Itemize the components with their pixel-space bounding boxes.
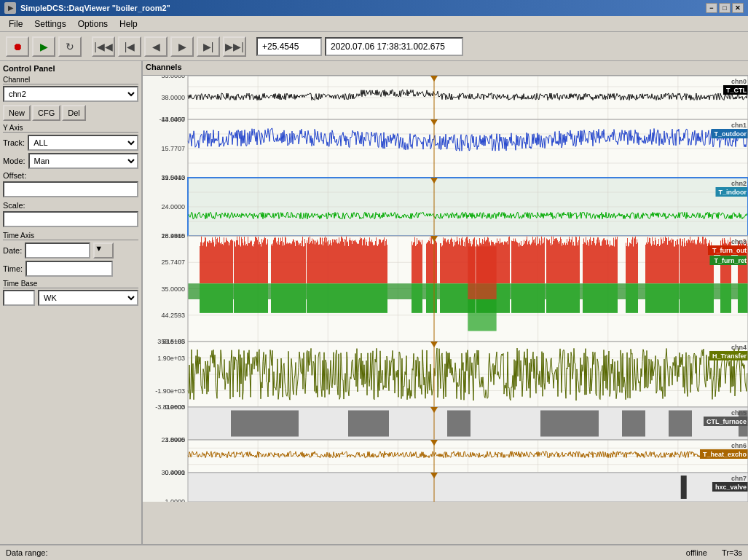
titlebar: ▶ SimpleDCS::DaqViewer "boiler_room2" − … — [0, 0, 748, 16]
channels-area: Channels — [143, 61, 748, 544]
cfg-button[interactable]: CFG — [32, 105, 60, 121]
channels-content — [143, 76, 748, 544]
timebase-row: 4 WK D H M S — [3, 290, 138, 306]
status-right: offline Tr=3s — [686, 548, 742, 557]
track-row: Track: ALL chn0 chn1 chn2 — [3, 135, 138, 151]
statusbar: Data range: offline Tr=3s — [0, 544, 748, 560]
minimize-button[interactable]: − — [706, 3, 717, 13]
toolbar: ⏺ ▶ ↻ |◀◀ |◀ ◀ ▶ ▶| ▶▶| +25.4545 2020.07… — [0, 32, 748, 61]
channel-section: Channel — [3, 76, 138, 84]
new-button[interactable]: New — [3, 105, 31, 121]
mode-label: Mode: — [3, 157, 25, 165]
menu-settings[interactable]: Settings — [28, 17, 71, 31]
date-label: Date: — [3, 246, 22, 255]
menu-help[interactable]: Help — [114, 17, 143, 31]
step-forward-button[interactable]: ▶ — [170, 36, 194, 57]
channels-header: Channels — [143, 61, 748, 76]
offset-label: Offset: — [3, 171, 26, 180]
scale-label: Scale: — [3, 201, 25, 210]
step-back-button[interactable]: ◀ — [144, 36, 168, 57]
control-panel: Control Panel Channel chn0 chn1 chn2 chn… — [0, 61, 143, 544]
date-dropdown-button[interactable]: ▼ — [93, 242, 114, 259]
menubar: File Settings Options Help — [0, 16, 748, 32]
menu-file[interactable]: File — [3, 17, 28, 31]
time-row: Time: 15:08:39.026.450 — [3, 261, 138, 277]
track-label: Track: — [3, 138, 25, 147]
timebase-value-input[interactable]: 4 — [3, 290, 35, 306]
prev-button[interactable]: |◀ — [118, 36, 141, 57]
offset-input[interactable]: -24.00000000 — [3, 181, 138, 197]
panel-title: Control Panel — [3, 64, 138, 73]
mode-row: Mode: Man Auto — [3, 153, 138, 169]
time-display: 2020.07.06 17:38:31.002.675 — [325, 37, 463, 56]
skip-start-button[interactable]: |◀◀ — [92, 36, 115, 57]
refresh-button[interactable]: ↻ — [58, 36, 82, 57]
timebase-section: Time Base — [3, 280, 138, 288]
date-input[interactable]: 03/02/20 — [25, 242, 90, 259]
channel-select[interactable]: chn0 chn1 chn2 chn3 chn4 chn5 chn6 chn7 — [3, 86, 138, 102]
play-button[interactable]: ▶ — [32, 36, 55, 57]
maximize-button[interactable]: □ — [719, 3, 731, 13]
window-title: SimpleDCS::DaqViewer "boiler_room2" — [20, 4, 170, 12]
next-button[interactable]: ▶| — [197, 36, 220, 57]
skip-end-button[interactable]: ▶▶| — [223, 36, 246, 57]
time-axis-section: Time Axis — [3, 232, 138, 240]
time-label: Time: — [3, 264, 23, 273]
time-input[interactable]: 15:08:39.026.450 — [25, 261, 113, 277]
value-display: +25.4545 — [256, 37, 322, 56]
tr-value: Tr=3s — [722, 548, 742, 557]
menu-options[interactable]: Options — [72, 17, 114, 31]
data-range-label: Data range: — [6, 548, 47, 557]
y-axis-section: Y Axis — [3, 124, 138, 133]
channel-row: chn0 chn1 chn2 chn3 chn4 chn5 chn6 chn7 — [3, 86, 138, 102]
del-button[interactable]: Del — [62, 105, 86, 121]
close-button[interactable]: ✕ — [732, 3, 744, 13]
scale-input[interactable]: 2.81000000 — [3, 211, 138, 227]
offline-status: offline — [686, 548, 707, 557]
channels-canvas[interactable] — [143, 76, 748, 502]
record-button[interactable]: ⏺ — [6, 36, 29, 57]
scale-row: Scale: — [3, 201, 138, 210]
window-controls: − □ ✕ — [706, 3, 744, 13]
channel-buttons: New CFG Del — [3, 105, 138, 121]
main-content: Control Panel Channel chn0 chn1 chn2 chn… — [0, 61, 748, 544]
date-row: Date: 03/02/20 ▼ — [3, 242, 138, 259]
mode-select[interactable]: Man Auto — [28, 153, 138, 169]
offset-row: Offset: — [3, 171, 138, 180]
app-icon: ▶ — [4, 2, 16, 14]
track-select[interactable]: ALL chn0 chn1 chn2 — [28, 135, 138, 151]
timebase-unit-select[interactable]: WK D H M S — [38, 290, 138, 306]
